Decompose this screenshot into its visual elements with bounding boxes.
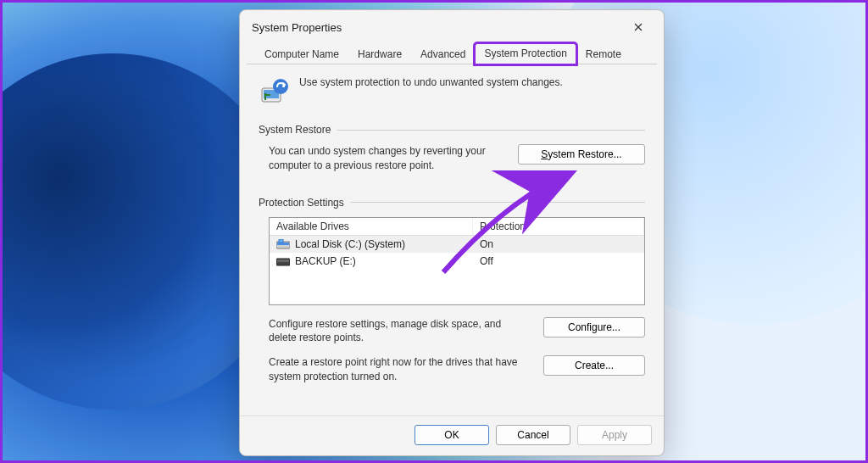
system-protection-icon (259, 76, 289, 107)
drive-protection: On (473, 236, 644, 253)
create-description: Create a restore point right now for the… (269, 355, 528, 384)
tab-hardware[interactable]: Hardware (348, 44, 411, 64)
tab-remote[interactable]: Remote (576, 44, 631, 64)
drive-protection: Off (473, 253, 644, 270)
configure-description: Configure restore settings, manage disk … (269, 317, 528, 346)
window-title: System Properties (252, 21, 342, 34)
col-header-protection[interactable]: Protection (473, 218, 644, 236)
system-restore-group: System Restore (259, 124, 645, 136)
close-button[interactable] (623, 15, 654, 39)
drive-name: BACKUP (E:) (295, 255, 356, 267)
system-restore-button[interactable]: System Restore... (518, 144, 645, 165)
drive-name: Local Disk (C:) (System) (295, 238, 405, 250)
intro-text: Use system protection to undo unwanted s… (299, 76, 563, 88)
tab-bar: Computer Name Hardware Advanced System P… (247, 41, 657, 64)
protection-settings-group-label: Protection Settings (259, 197, 344, 209)
svg-rect-5 (279, 239, 283, 243)
col-header-drives[interactable]: Available Drives (270, 218, 473, 236)
apply-button[interactable]: Apply (577, 425, 652, 445)
tab-computer-name[interactable]: Computer Name (255, 44, 348, 64)
system-restore-group-label: System Restore (259, 124, 331, 136)
drives-header: Available Drives Protection (270, 218, 644, 236)
drive-row[interactable]: Local Disk (C:) (System) On (270, 236, 644, 253)
close-icon (634, 23, 643, 31)
system-disk-icon (276, 239, 290, 249)
create-restore-point-button[interactable]: Create... (543, 355, 645, 376)
tab-advanced[interactable]: Advanced (411, 44, 475, 64)
system-restore-description: You can undo system changes by reverting… (269, 144, 503, 173)
tab-content: Use system protection to undo unwanted s… (240, 64, 664, 416)
disk-icon (276, 256, 290, 266)
titlebar: System Properties (240, 10, 664, 41)
svg-rect-7 (277, 259, 289, 262)
ok-button[interactable]: OK (415, 425, 489, 445)
protection-settings-group: Protection Settings (259, 197, 645, 209)
cancel-button[interactable]: Cancel (496, 425, 570, 445)
dialog-footer: OK Cancel Apply (240, 416, 664, 455)
svg-point-2 (273, 79, 288, 94)
drive-row[interactable]: BACKUP (E:) Off (270, 253, 644, 270)
configure-button[interactable]: Configure... (543, 317, 645, 337)
drives-listbox[interactable]: Available Drives Protection Local Disk (… (269, 217, 645, 305)
system-properties-dialog: System Properties Computer Name Hardware… (239, 9, 665, 456)
tab-system-protection[interactable]: System Protection (475, 43, 576, 64)
